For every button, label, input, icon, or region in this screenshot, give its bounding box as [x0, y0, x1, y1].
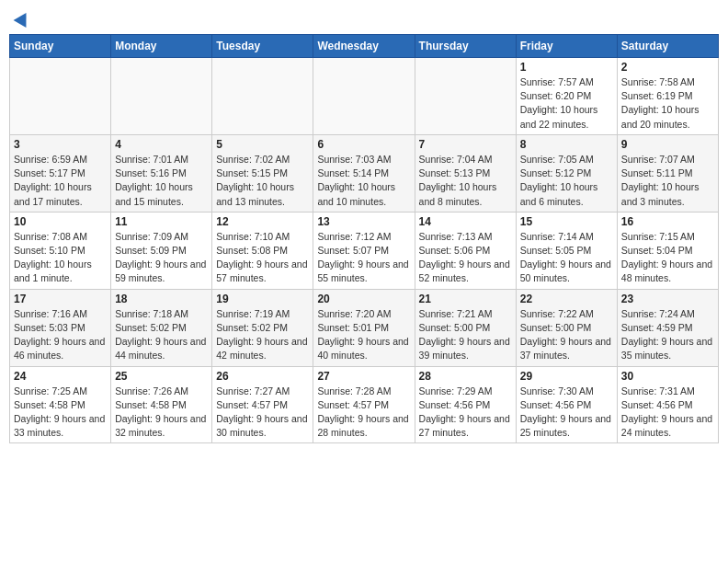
- day-number: 14: [419, 215, 512, 228]
- day-number: 3: [14, 138, 107, 151]
- day-info: Sunrise: 7:27 AM Sunset: 4:57 PM Dayligh…: [216, 385, 309, 441]
- day-info: Sunrise: 7:58 AM Sunset: 6:19 PM Dayligh…: [621, 75, 714, 132]
- day-number: 26: [216, 370, 309, 383]
- day-info: Sunrise: 7:24 AM Sunset: 4:59 PM Dayligh…: [621, 307, 714, 363]
- day-number: 15: [520, 215, 613, 228]
- day-info: Sunrise: 6:59 AM Sunset: 5:17 PM Dayligh…: [14, 153, 107, 209]
- day-info: Sunrise: 7:09 AM Sunset: 5:09 PM Dayligh…: [115, 230, 208, 286]
- day-info: Sunrise: 7:21 AM Sunset: 5:00 PM Dayligh…: [419, 307, 512, 363]
- day-number: 17: [14, 293, 107, 305]
- calendar-cell: 19Sunrise: 7:19 AM Sunset: 5:02 PM Dayli…: [212, 289, 313, 366]
- day-number: 9: [621, 138, 714, 151]
- day-info: Sunrise: 7:22 AM Sunset: 5:00 PM Dayligh…: [520, 307, 613, 363]
- calendar-cell: 5Sunrise: 7:02 AM Sunset: 5:15 PM Daylig…: [212, 134, 313, 212]
- day-number: 18: [115, 293, 208, 305]
- day-info: Sunrise: 7:25 AM Sunset: 4:58 PM Dayligh…: [14, 385, 107, 441]
- calendar-cell: 8Sunrise: 7:05 AM Sunset: 5:12 PM Daylig…: [516, 134, 617, 212]
- calendar-cell: 23Sunrise: 7:24 AM Sunset: 4:59 PM Dayli…: [617, 289, 718, 366]
- calendar-cell: 14Sunrise: 7:13 AM Sunset: 5:06 PM Dayli…: [415, 212, 516, 289]
- day-number: 25: [115, 370, 208, 383]
- day-number: 22: [520, 293, 613, 305]
- day-number: 16: [621, 215, 714, 228]
- calendar-week-row: 3Sunrise: 6:59 AM Sunset: 5:17 PM Daylig…: [10, 134, 719, 212]
- calendar-week-row: 17Sunrise: 7:16 AM Sunset: 5:03 PM Dayli…: [10, 289, 719, 366]
- calendar-cell: 22Sunrise: 7:22 AM Sunset: 5:00 PM Dayli…: [516, 289, 617, 366]
- calendar-cell: [212, 58, 313, 135]
- calendar-cell: 4Sunrise: 7:01 AM Sunset: 5:16 PM Daylig…: [111, 134, 212, 212]
- day-number: 10: [14, 215, 107, 228]
- day-info: Sunrise: 7:04 AM Sunset: 5:13 PM Dayligh…: [419, 153, 512, 209]
- day-number: 20: [317, 293, 410, 305]
- calendar-cell: 1Sunrise: 7:57 AM Sunset: 6:20 PM Daylig…: [516, 58, 617, 135]
- day-info: Sunrise: 7:57 AM Sunset: 6:20 PM Dayligh…: [520, 75, 613, 132]
- day-info: Sunrise: 7:31 AM Sunset: 4:56 PM Dayligh…: [621, 385, 714, 441]
- calendar-cell: 30Sunrise: 7:31 AM Sunset: 4:56 PM Dayli…: [617, 366, 718, 443]
- day-header-wednesday: Wednesday: [313, 35, 415, 58]
- day-info: Sunrise: 7:10 AM Sunset: 5:08 PM Dayligh…: [216, 230, 309, 286]
- day-number: 8: [520, 138, 613, 151]
- day-info: Sunrise: 7:03 AM Sunset: 5:14 PM Dayligh…: [317, 153, 410, 209]
- calendar-cell: 29Sunrise: 7:30 AM Sunset: 4:56 PM Dayli…: [516, 366, 617, 443]
- day-number: 11: [115, 215, 208, 228]
- calendar-cell: 28Sunrise: 7:29 AM Sunset: 4:56 PM Dayli…: [415, 366, 516, 443]
- calendar-cell: 2Sunrise: 7:58 AM Sunset: 6:19 PM Daylig…: [617, 58, 718, 135]
- day-number: 7: [419, 138, 512, 151]
- day-number: 24: [14, 370, 107, 383]
- day-info: Sunrise: 7:12 AM Sunset: 5:07 PM Dayligh…: [317, 230, 410, 286]
- day-info: Sunrise: 7:18 AM Sunset: 5:02 PM Dayligh…: [115, 307, 208, 363]
- calendar-cell: 9Sunrise: 7:07 AM Sunset: 5:11 PM Daylig…: [617, 134, 718, 212]
- calendar-cell: 10Sunrise: 7:08 AM Sunset: 5:10 PM Dayli…: [10, 212, 111, 289]
- day-info: Sunrise: 7:30 AM Sunset: 4:56 PM Dayligh…: [520, 385, 613, 441]
- calendar-body: 1Sunrise: 7:57 AM Sunset: 6:20 PM Daylig…: [10, 58, 719, 443]
- day-info: Sunrise: 7:14 AM Sunset: 5:05 PM Dayligh…: [520, 230, 613, 286]
- logo-triangle-icon: [14, 9, 33, 28]
- day-header-friday: Friday: [516, 35, 617, 58]
- day-number: 29: [520, 370, 613, 383]
- day-header-monday: Monday: [111, 35, 212, 58]
- day-info: Sunrise: 7:16 AM Sunset: 5:03 PM Dayligh…: [14, 307, 107, 363]
- calendar-cell: 27Sunrise: 7:28 AM Sunset: 4:57 PM Dayli…: [313, 366, 415, 443]
- day-number: 2: [621, 61, 714, 74]
- calendar-cell: 7Sunrise: 7:04 AM Sunset: 5:13 PM Daylig…: [415, 134, 516, 212]
- calendar-cell: 26Sunrise: 7:27 AM Sunset: 4:57 PM Dayli…: [212, 366, 313, 443]
- day-info: Sunrise: 7:07 AM Sunset: 5:11 PM Dayligh…: [621, 153, 714, 209]
- day-header-saturday: Saturday: [617, 35, 718, 58]
- day-info: Sunrise: 7:01 AM Sunset: 5:16 PM Dayligh…: [115, 153, 208, 209]
- day-info: Sunrise: 7:15 AM Sunset: 5:04 PM Dayligh…: [621, 230, 714, 286]
- calendar-cell: [313, 58, 415, 135]
- day-number: 4: [115, 138, 208, 151]
- day-header-sunday: Sunday: [10, 35, 111, 58]
- day-info: Sunrise: 7:05 AM Sunset: 5:12 PM Dayligh…: [520, 153, 613, 209]
- calendar-cell: 24Sunrise: 7:25 AM Sunset: 4:58 PM Dayli…: [10, 366, 111, 443]
- day-info: Sunrise: 7:08 AM Sunset: 5:10 PM Dayligh…: [14, 230, 107, 286]
- calendar-table: SundayMondayTuesdayWednesdayThursdayFrid…: [9, 34, 719, 443]
- calendar-cell: 18Sunrise: 7:18 AM Sunset: 5:02 PM Dayli…: [111, 289, 212, 366]
- day-info: Sunrise: 7:20 AM Sunset: 5:01 PM Dayligh…: [317, 307, 410, 363]
- calendar-cell: 16Sunrise: 7:15 AM Sunset: 5:04 PM Dayli…: [617, 212, 718, 289]
- day-number: 23: [621, 293, 714, 305]
- calendar-cell: [10, 58, 111, 135]
- calendar-cell: 11Sunrise: 7:09 AM Sunset: 5:09 PM Dayli…: [111, 212, 212, 289]
- calendar-cell: 15Sunrise: 7:14 AM Sunset: 5:05 PM Dayli…: [516, 212, 617, 289]
- day-info: Sunrise: 7:29 AM Sunset: 4:56 PM Dayligh…: [419, 385, 512, 441]
- calendar-cell: 25Sunrise: 7:26 AM Sunset: 4:58 PM Dayli…: [111, 366, 212, 443]
- calendar-cell: 6Sunrise: 7:03 AM Sunset: 5:14 PM Daylig…: [313, 134, 415, 212]
- day-number: 27: [317, 370, 410, 383]
- calendar-header-row: SundayMondayTuesdayWednesdayThursdayFrid…: [10, 35, 719, 58]
- calendar-cell: [415, 58, 516, 135]
- header: [9, 9, 719, 27]
- day-number: 12: [216, 215, 309, 228]
- day-number: 21: [419, 293, 512, 305]
- calendar-cell: 12Sunrise: 7:10 AM Sunset: 5:08 PM Dayli…: [212, 212, 313, 289]
- day-number: 5: [216, 138, 309, 151]
- day-number: 13: [317, 215, 410, 228]
- day-number: 30: [621, 370, 714, 383]
- calendar-week-row: 1Sunrise: 7:57 AM Sunset: 6:20 PM Daylig…: [10, 58, 719, 135]
- day-info: Sunrise: 7:19 AM Sunset: 5:02 PM Dayligh…: [216, 307, 309, 363]
- calendar-cell: 3Sunrise: 6:59 AM Sunset: 5:17 PM Daylig…: [10, 134, 111, 212]
- day-number: 19: [216, 293, 309, 305]
- day-header-thursday: Thursday: [415, 35, 516, 58]
- calendar-cell: [111, 58, 212, 135]
- day-number: 6: [317, 138, 410, 151]
- day-info: Sunrise: 7:02 AM Sunset: 5:15 PM Dayligh…: [216, 153, 309, 209]
